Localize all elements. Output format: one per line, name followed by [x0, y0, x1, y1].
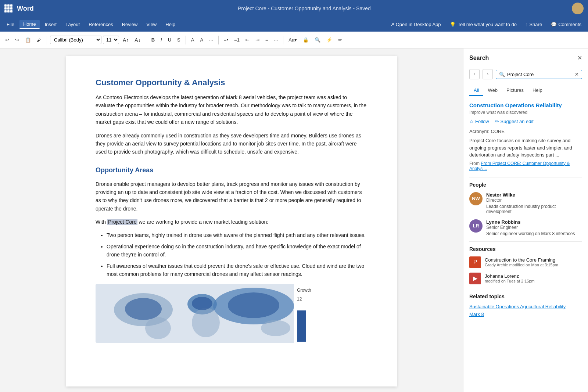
document-title: Customer Opportunity & Analysis [96, 78, 368, 87]
waffle-icon[interactable] [4, 4, 12, 12]
alignment-button[interactable]: ≡ [263, 36, 270, 44]
comments-button[interactable]: 💬 Comments [547, 20, 585, 29]
search-panel-title: Search [469, 55, 489, 61]
svg-point-0 [575, 5, 580, 10]
paragraph-4: With Project Core we are working to prov… [96, 218, 368, 226]
search-icon: 🔍 [499, 72, 505, 77]
menu-file[interactable]: File [3, 20, 18, 29]
related-link-1[interactable]: Sustainable Operations Agricultural Reli… [469, 304, 582, 309]
bullet-3: Full awareness of weather issues that co… [107, 262, 368, 278]
font-color-button[interactable]: A [198, 36, 205, 44]
edit-icon: ✏ [495, 119, 499, 124]
menu-review[interactable]: Review [118, 20, 141, 29]
paragraph-2: Drones are already commonly used in cons… [96, 132, 368, 156]
highlight-color-button[interactable]: A [189, 36, 197, 44]
menu-view[interactable]: View [143, 20, 160, 29]
clipboard-button[interactable]: 📋 [23, 36, 33, 44]
toolbar: ↩ ↪ 📋 🖌 Calibri (Body) 11 A↑ A↓ B I U S … [0, 32, 588, 48]
tab-web[interactable]: Web [483, 85, 502, 96]
search-nav-back[interactable]: ‹ [469, 69, 480, 79]
suggest-edit-button[interactable]: ✏ Suggest an edit [495, 119, 534, 124]
tab-all[interactable]: All [469, 85, 483, 96]
person-role-nestor: Director [486, 198, 582, 203]
search-nav-forward[interactable]: › [483, 69, 493, 79]
avatar[interactable] [572, 3, 584, 14]
font-name-select[interactable]: Calibri (Body) [50, 36, 101, 44]
menu-home[interactable]: Home [19, 20, 40, 29]
divider-resources [469, 241, 582, 242]
menu-insert[interactable]: Insert [41, 20, 61, 29]
underline-button[interactable]: U [166, 36, 173, 44]
bar-1 [297, 310, 306, 342]
result-source-link[interactable]: From Project CORE: Customer Opportunity … [469, 161, 570, 171]
divider5 [283, 36, 283, 44]
divider3 [186, 36, 186, 44]
svg-point-4 [145, 317, 171, 339]
star-icon: ☆ [469, 119, 474, 124]
result-subtitle: Improve what was discovered [469, 110, 582, 115]
format-painter-button[interactable]: 🖌 [35, 36, 44, 44]
decrease-indent-button[interactable]: ⇤ [243, 36, 252, 44]
open-desktop-button[interactable]: ↗ Open in Desktop App [387, 20, 444, 29]
divider [47, 36, 47, 44]
divider4 [218, 36, 219, 44]
person-avatar-nestor: NW [469, 192, 483, 205]
sensitivity-button[interactable]: 🔒 [301, 36, 311, 44]
resource-info-video: Johanna Lorenz modified on Tues at 2:15p… [485, 273, 535, 283]
follow-button[interactable]: ☆ Follow [469, 119, 489, 124]
font-size-select[interactable]: 11 [103, 36, 119, 44]
search-input[interactable] [507, 72, 575, 77]
resource-video: ▶ Johanna Lorenz modified on Tues at 2:1… [469, 273, 582, 284]
more-para-button[interactable]: ··· [272, 36, 280, 44]
tab-pictures[interactable]: Pictures [502, 85, 528, 96]
result-acronym: Acronym: CORE [469, 129, 582, 134]
more-font-button[interactable]: ··· [207, 36, 215, 44]
person-name-nestor[interactable]: Nestor Wilke [486, 192, 582, 198]
result-description: Project Core focuses on making site surv… [469, 137, 582, 159]
person-desc-lynne: Senior engineer working on Mark 8 interf… [486, 231, 575, 236]
font-increase-button[interactable]: A↑ [121, 36, 131, 44]
resources-section-title: Resources [469, 246, 582, 252]
resource-name-video[interactable]: Johanna Lorenz [485, 273, 535, 279]
search-header: Search ✕ [463, 48, 588, 66]
designer-button[interactable]: ✏ [336, 36, 344, 44]
open-desktop-icon: ↗ [390, 22, 394, 27]
undo-button[interactable]: ↩ [3, 36, 11, 44]
bullet-list-button[interactable]: ≡• [222, 36, 230, 44]
bullet-1: Two person teams, highly trained in dron… [107, 231, 368, 239]
people-section-title: People [469, 182, 582, 188]
person-nestor: NW Nestor Wilke Director Leads construct… [469, 192, 582, 214]
search-clear-button[interactable]: ✕ [575, 72, 579, 77]
strikethrough-button[interactable]: S [175, 36, 183, 44]
styles-button[interactable]: Aa▾ [286, 36, 299, 44]
resource-name-pptx[interactable]: Construction to the Core Framing [485, 257, 558, 263]
menu-references[interactable]: References [85, 20, 116, 29]
increase-indent-button[interactable]: ⇥ [253, 36, 262, 44]
person-lynne: LR Lynne Robbins Senior Engineer Senior … [469, 219, 582, 236]
menu-help[interactable]: Help [162, 20, 179, 29]
bold-button[interactable]: B [149, 36, 157, 44]
project-core-highlight: Project Core [107, 219, 137, 225]
document-area[interactable]: Customer Opportunity & Analysis As Conto… [0, 48, 463, 392]
svg-point-9 [125, 298, 162, 320]
person-name-lynne[interactable]: Lynne Robbins [486, 219, 575, 225]
tell-me-input[interactable]: 💡 Tell me what you want to do [446, 20, 520, 29]
resource-pptx: P Construction to the Core Framing Grady… [469, 256, 582, 268]
search-panel: Search ✕ ‹ › 🔍 ✕ All Web Pictures Help C… [463, 48, 588, 392]
world-map [96, 284, 309, 343]
search-close-button[interactable]: ✕ [577, 54, 582, 61]
lightning-button[interactable]: ⚡ [324, 36, 334, 44]
para4-suffix: we are working to provide a new market l… [137, 219, 268, 225]
tab-help[interactable]: Help [528, 85, 547, 96]
related-link-2[interactable]: Mark 8 [469, 312, 582, 317]
person-info-nestor: Nestor Wilke Director Leads construction… [486, 192, 582, 214]
italic-button[interactable]: I [158, 36, 164, 44]
search-button[interactable]: 🔍 [312, 36, 323, 44]
share-button[interactable]: ↑ Share [522, 20, 546, 29]
numbered-list-button[interactable]: ≡1 [232, 36, 242, 44]
redo-button[interactable]: ↪ [13, 36, 21, 44]
search-nav: ‹ › 🔍 ✕ [463, 66, 588, 82]
font-decrease-button[interactable]: A↓ [132, 36, 143, 44]
result-main-title[interactable]: Construction Operations Reliability [469, 102, 582, 108]
menu-layout[interactable]: Layout [62, 20, 83, 29]
